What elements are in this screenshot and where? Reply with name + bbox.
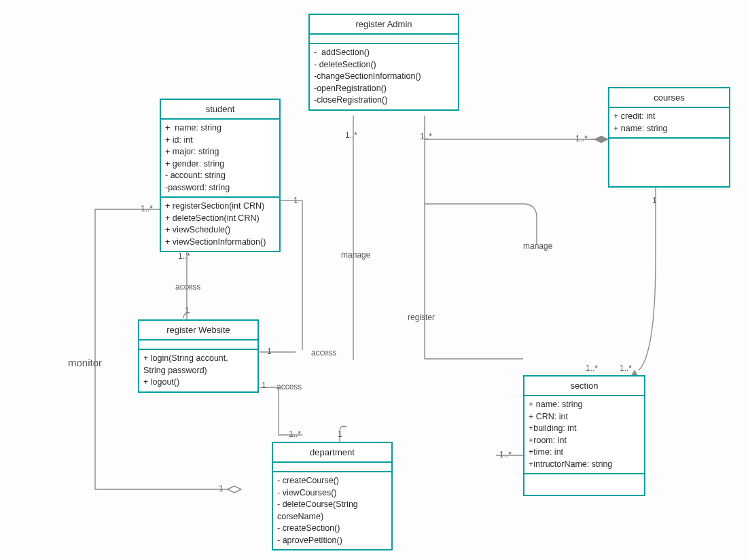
svg-marker-1 bbox=[594, 136, 608, 143]
mult-1star: 1..* bbox=[420, 132, 432, 141]
mult-1star: 1..* bbox=[345, 130, 357, 140]
label-register: register bbox=[408, 313, 435, 322]
label-monitor: monitor bbox=[68, 357, 102, 368]
class-title: section bbox=[524, 377, 644, 396]
mult-1star: 1..* bbox=[141, 204, 153, 213]
label-access: access bbox=[277, 382, 302, 391]
class-student: student + name: string + id: int + major… bbox=[160, 99, 281, 252]
mult-1: 1 bbox=[262, 381, 266, 390]
class-title: register Website bbox=[139, 321, 257, 340]
mult-1star: 1..* bbox=[620, 364, 632, 373]
mult-1: 1 bbox=[652, 196, 657, 205]
mult-1star: 1..* bbox=[178, 251, 190, 261]
mult-1star: 1..* bbox=[289, 430, 301, 439]
class-section: section + name: string + CRN: int +build… bbox=[523, 375, 645, 496]
class-department: department - createCourse() - viewCourse… bbox=[272, 442, 393, 550]
class-title: department bbox=[273, 443, 391, 463]
label-manage: manage bbox=[341, 250, 370, 260]
mult-1star: 1..* bbox=[586, 364, 598, 373]
class-register-website: register Website + login(String account,… bbox=[138, 319, 259, 393]
label-manage: manage bbox=[523, 241, 552, 251]
class-courses: courses + credit: int + name: string bbox=[608, 87, 730, 188]
mult-1: 1 bbox=[219, 484, 224, 493]
label-access: access bbox=[311, 348, 336, 357]
class-title: register Admin bbox=[310, 15, 458, 35]
svg-marker-0 bbox=[228, 486, 241, 493]
mult-1: 1 bbox=[293, 196, 298, 205]
class-title: student bbox=[161, 100, 279, 120]
class-title: courses bbox=[609, 88, 729, 108]
mult-1: 1 bbox=[267, 347, 272, 356]
label-access: access bbox=[175, 282, 200, 292]
mult-1: 1 bbox=[338, 430, 342, 439]
class-register-admin: register Admin - addSection() - deleteSe… bbox=[308, 14, 459, 111]
mult-1: 1 bbox=[185, 306, 190, 315]
mult-1star: 1..* bbox=[499, 450, 512, 459]
mult-1star: 1..* bbox=[575, 134, 588, 143]
